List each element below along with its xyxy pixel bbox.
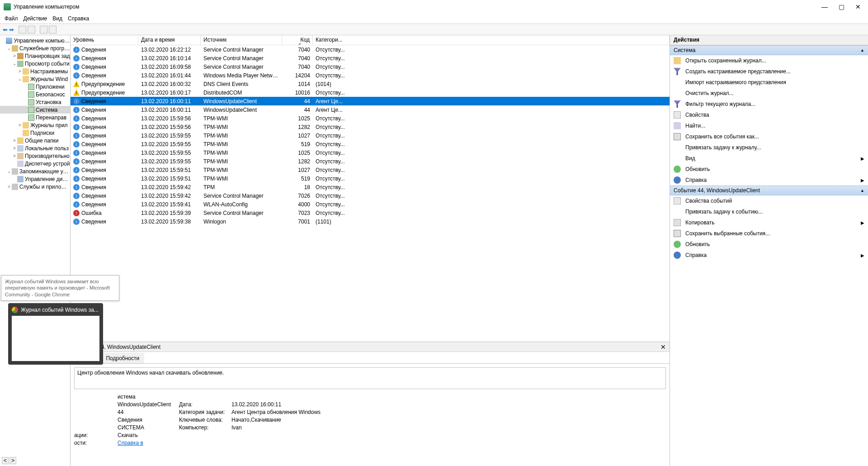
tree-item[interactable]: Управление диска [0,175,70,183]
action-item[interactable]: Обновить [670,164,868,175]
action-item[interactable]: Фильтр текущего журнала... [670,99,868,109]
action-item[interactable]: Справка▶ [670,175,868,185]
action-item[interactable]: Открыть сохраненный журнал... [670,55,868,66]
tree-item[interactable]: >Локальные польз [0,144,70,152]
help-link[interactable]: Справка в [118,440,143,446]
action-item[interactable]: Найти... [670,120,868,131]
event-row[interactable]: Сведения13.02.2020 15:59:51TPM-WMI519Отс… [71,174,670,183]
tree-twisty[interactable]: > [12,146,17,151]
tree-item[interactable]: Безопаснос [0,90,70,98]
minimize-button[interactable]: — [821,3,828,10]
menu-Вид[interactable]: Вид [52,15,62,22]
tree-label: Просмотр событи [25,61,70,67]
tree-twisty[interactable]: > [12,153,17,158]
action-item[interactable]: Сохранить все события как... [670,131,868,142]
tree-item[interactable]: Система [0,106,70,114]
tree-item[interactable]: ⌄Служебные програм [0,44,70,52]
menu-Действие[interactable]: Действие [24,15,47,22]
action-item[interactable]: Обновить [670,239,868,250]
event-row[interactable]: Сведения13.02.2020 15:59:56TPM-WMI1282От… [71,123,670,131]
tab-details[interactable]: Подробности [101,353,144,363]
event-row[interactable]: Ошибка13.02.2020 15:59:39Service Control… [71,209,670,217]
event-row[interactable]: Сведения13.02.2020 15:59:38Winlogon7001(… [71,217,670,226]
tree-twisty[interactable]: > [6,184,12,189]
menu-Справка[interactable]: Справка [68,15,89,22]
tree-item[interactable]: ⌄Журналы Wind [0,75,70,83]
event-list[interactable]: Сведения13.02.2020 16:22:12Service Contr… [71,45,670,342]
tree-item[interactable]: Управление компьютер [0,37,70,44]
toolbar-btn-4[interactable] [49,26,57,33]
tree-item[interactable]: ⌄Просмотр событи [0,60,70,67]
tree-item[interactable]: >Службы и приложен [0,183,70,190]
tree-item[interactable]: >Настраиваемы [0,67,70,75]
event-row[interactable]: Сведения13.02.2020 15:59:55TPM-WMI1027От… [71,131,670,140]
event-row[interactable]: Сведения13.02.2020 15:59:42Service Contr… [71,191,670,200]
event-row[interactable]: Сведения13.02.2020 15:59:55TPM-WMI1282От… [71,157,670,166]
action-item[interactable]: Вид▶ [670,153,868,164]
event-row[interactable]: Сведения13.02.2020 16:09:58Service Contr… [71,62,670,71]
event-row[interactable]: Сведения13.02.2020 16:00:11WindowsUpdate… [71,105,670,114]
actions-section-event[interactable]: Событие 44, WindowsUpdateClient▲ [670,185,868,195]
action-item[interactable]: Сохранить выбранные события... [670,228,868,239]
tree-item[interactable]: >Журналы прил [0,121,70,129]
event-row[interactable]: Сведения13.02.2020 16:01:44Windows Media… [71,71,670,80]
action-item[interactable]: Копировать▶ [670,217,868,228]
action-item[interactable]: Очистить журнал... [670,88,868,99]
action-item[interactable]: Справка▶ [670,250,868,261]
details-close-button[interactable]: ✕ [660,343,666,351]
toolbar-btn-3[interactable] [40,26,47,33]
event-row[interactable]: Сведения13.02.2020 16:00:11WindowsUpdate… [71,97,670,105]
event-row[interactable]: Предупреждение13.02.2020 16:00:32DNS Cli… [71,80,670,88]
tree-item[interactable]: >Планировщик зад [0,52,70,60]
action-item[interactable]: Привязать задачу к журналу... [670,142,868,153]
tree-twisty[interactable]: ⌄ [12,61,17,66]
event-row[interactable]: Сведения13.02.2020 15:59:42TPM18Отсутств… [71,183,670,191]
close-button[interactable]: ✕ [855,3,861,10]
tree-twisty[interactable]: ⌄ [6,169,12,174]
col-category[interactable]: Категори... [313,35,670,45]
tree-twisty[interactable]: > [17,69,23,74]
toolbar-btn-2[interactable] [28,26,35,33]
tree-scroll-right[interactable]: > [9,457,16,464]
tree-twisty[interactable]: ⌄ [17,76,23,81]
back-button[interactable] [3,26,8,33]
action-item[interactable]: Создать настраиваемое представление... [670,66,868,77]
tree-item[interactable]: Подписки [0,129,70,137]
event-row[interactable]: Сведения13.02.2020 15:59:51TPM-WMI1027От… [71,166,670,174]
tree-item[interactable]: >Производительно [0,152,70,160]
event-row[interactable]: Сведения13.02.2020 15:59:41WLAN-AutoConf… [71,200,670,209]
tree-item[interactable]: Приложени [0,83,70,90]
actions-section-system[interactable]: Система▲ [670,45,868,55]
col-level[interactable]: Уровень [71,35,138,45]
col-datetime[interactable]: Дата и время [138,35,201,45]
tree-twisty[interactable]: > [12,53,17,58]
maximize-button[interactable]: ▢ [839,3,844,10]
action-item[interactable]: Свойства [670,109,868,120]
tree-item[interactable]: Перенаправ [0,114,70,121]
tree-twisty[interactable]: > [12,138,17,143]
tree-item[interactable]: ⌄Запоминающие устр [0,167,70,175]
toolbar-btn-1[interactable] [19,26,26,33]
action-item[interactable]: Свойства событий [670,195,868,206]
menu-Файл[interactable]: Файл [5,15,18,22]
forward-button[interactable] [9,26,14,33]
col-source[interactable]: Источник [201,35,282,45]
taskbar-thumbnail[interactable] [12,316,99,361]
taskbar-preview[interactable]: Журнал событий Windows за... [8,303,103,365]
tree-item[interactable]: >Общие папки [0,137,70,144]
event-row[interactable]: Предупреждение13.02.2020 16:00:17Distrib… [71,88,670,97]
event-row[interactable]: Сведения13.02.2020 16:10:14Service Contr… [71,54,670,62]
event-row[interactable]: Сведения13.02.2020 15:59:56TPM-WMI1025От… [71,114,670,123]
tree-twisty[interactable]: ⌄ [6,46,12,51]
tree-icon [23,122,29,128]
tree-scroll-left[interactable]: < [2,457,9,464]
event-row[interactable]: Сведения13.02.2020 15:59:55TPM-WMI1025От… [71,148,670,157]
tree-twisty[interactable]: > [17,123,23,128]
tree-item[interactable]: Установка [0,98,70,106]
action-item[interactable]: Импорт настраиваемого представления [670,77,868,88]
action-item[interactable]: Привязать задачу к событию... [670,206,868,217]
event-row[interactable]: Сведения13.02.2020 16:22:12Service Contr… [71,45,670,54]
event-row[interactable]: Сведения13.02.2020 15:59:55TPM-WMI519Отс… [71,140,670,148]
col-eventid[interactable]: Код собы... [282,35,313,45]
tree-item[interactable]: Диспетчер устрой [0,160,70,167]
